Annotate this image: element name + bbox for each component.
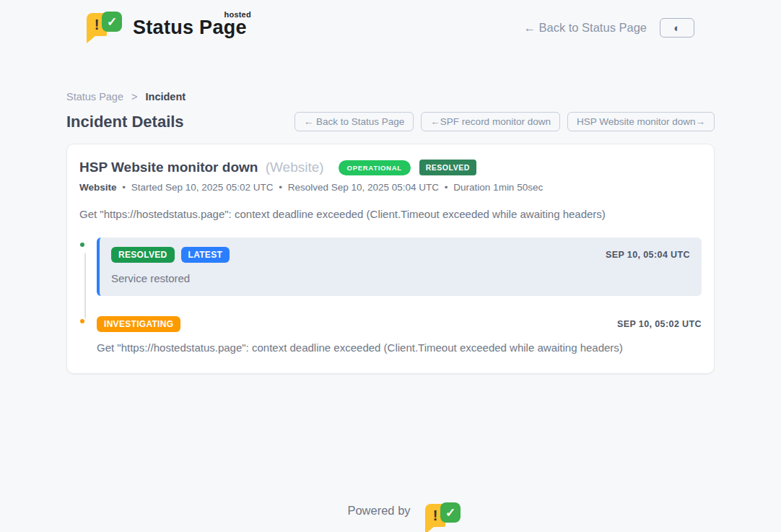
brand-hosted-label: hosted [224, 10, 251, 19]
incident-timeline: RESOLVED LATEST SEP 10, 05:04 UTC Servic… [79, 237, 702, 354]
timeline-dot-resolved [78, 240, 87, 249]
timeline-entry: RESOLVED LATEST SEP 10, 05:04 UTC Servic… [79, 237, 702, 296]
header: ! ✓ Status Page hosted ← Back to Status … [0, 0, 781, 45]
brand-name-text: Status Page [133, 17, 247, 38]
breadcrumb-incident: Incident [146, 91, 186, 103]
brand-logo-icon: ! ✓ [87, 12, 123, 43]
footer-logo-icon: ! ✓ [417, 502, 434, 518]
timeline-message: Service restored [111, 272, 690, 284]
title-row: Incident Details ← Back to Status Page ←… [66, 112, 715, 131]
incident-description: Get "https://hostedstatus.page": context… [79, 208, 702, 220]
main-content: Status Page > Incident Incident Details … [66, 91, 715, 374]
next-incident-button[interactable]: HSP Website monitor down→ [567, 112, 715, 131]
incident-component-label: (Website) [266, 160, 324, 175]
investigating-badge: INVESTIGATING [97, 316, 180, 332]
brand-logo: ! ✓ Status Page hosted [87, 12, 247, 43]
timeline-plain-body: INVESTIGATING SEP 10, 05:02 UTC Get "htt… [97, 316, 702, 354]
logo-check-glyph: ✓ [445, 505, 455, 520]
logo-check-icon: ✓ [102, 12, 122, 32]
half-circle-icon: ◐ [673, 22, 680, 34]
incident-title-row: HSP Website monitor down (Website) OPERA… [79, 160, 702, 175]
resolved-status-badge: RESOLVED [419, 160, 476, 175]
meta-bullet: • [122, 182, 126, 193]
incident-meta: Website • Started Sep 10, 2025 05:02 UTC… [79, 182, 702, 193]
footer: Powered by ! ✓ © 2025-10-08 14:10:34.772… [0, 502, 781, 532]
timeline-timestamp: SEP 10, 05:02 UTC [617, 319, 702, 329]
meta-bullet: • [445, 182, 448, 193]
theme-toggle-button[interactable]: ◐ [660, 18, 694, 38]
timeline-entry-header: RESOLVED LATEST SEP 10, 05:04 UTC [111, 247, 690, 263]
timeline-entry-header: INVESTIGATING SEP 10, 05:02 UTC [97, 316, 702, 332]
timeline-message: Get "https://hostedstatus.page": context… [97, 341, 702, 354]
meta-resolved: Resolved Sep 10, 2025 05:04 UTC [288, 182, 439, 193]
prev-incident-button[interactable]: ←SPF record monitor down [421, 112, 560, 131]
incident-title-text: HSP Website monitor down [79, 160, 258, 175]
meta-duration: Duration 1min 50sec [453, 182, 543, 193]
back-to-status-page-link[interactable]: ← Back to Status Page [523, 21, 647, 35]
timeline-entry: INVESTIGATING SEP 10, 05:02 UTC Get "htt… [79, 316, 702, 354]
timeline-highlight-box: RESOLVED LATEST SEP 10, 05:04 UTC Servic… [97, 237, 702, 296]
meta-started: Started Sep 10, 2025 05:02 UTC [131, 182, 274, 193]
breadcrumb-status-page[interactable]: Status Page [66, 91, 123, 103]
back-to-status-page-button[interactable]: ← Back to Status Page [294, 112, 414, 131]
logo-check-icon: ✓ [440, 502, 461, 523]
operational-badge: OPERATIONAL [339, 160, 411, 175]
logo-exclaim-glyph: ! [95, 17, 100, 33]
timeline-timestamp: SEP 10, 05:04 UTC [606, 250, 690, 260]
logo-bubble-tail [87, 35, 96, 43]
breadcrumb-separator: > [131, 91, 137, 103]
meta-bullet: • [279, 182, 282, 193]
latest-badge: LATEST [181, 247, 230, 263]
timeline-dot-investigating [78, 317, 87, 326]
page-title: Incident Details [66, 113, 184, 131]
header-actions: ← Back to Status Page ◐ [523, 18, 694, 38]
incident-title: HSP Website monitor down (Website) [79, 160, 324, 175]
powered-by-label: Powered by [347, 504, 410, 518]
breadcrumb: Status Page > Incident [66, 91, 715, 103]
logo-bubble-tail [425, 526, 435, 532]
incident-nav-buttons: ← Back to Status Page ←SPF record monito… [294, 112, 715, 131]
meta-component: Website [79, 182, 117, 193]
brand-name: Status Page hosted [133, 17, 247, 39]
resolved-badge: RESOLVED [111, 247, 175, 263]
logo-exclaim-glyph: ! [433, 507, 438, 524]
logo-check-glyph: ✓ [107, 14, 117, 30]
incident-card: HSP Website monitor down (Website) OPERA… [66, 144, 715, 374]
powered-by: Powered by ! ✓ [0, 502, 781, 518]
